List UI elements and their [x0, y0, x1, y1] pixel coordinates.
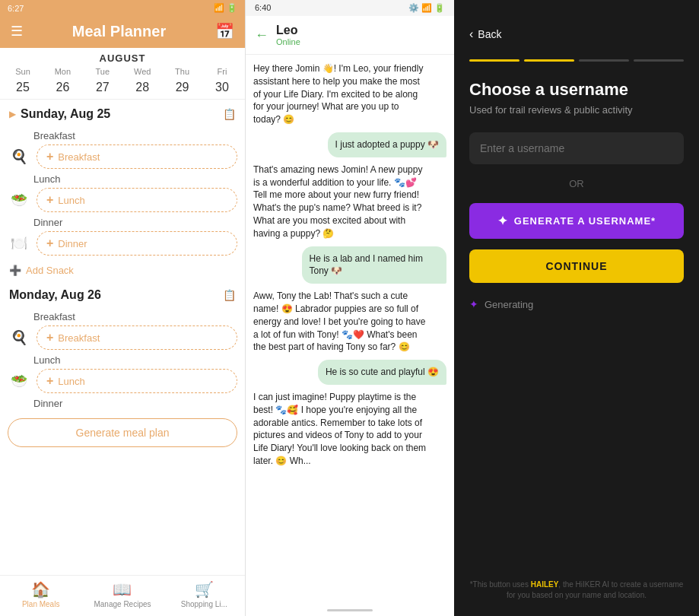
shopping-label: Shopping Li... [181, 600, 227, 608]
day2-save-icon[interactable]: 📋 [223, 289, 236, 301]
day2-breakfast-label: Breakfast [33, 311, 237, 322]
back-label: Back [478, 28, 501, 40]
plus-icon: + [46, 150, 53, 164]
snack-label: Add Snack [26, 265, 74, 276]
day1-add-dinner-btn[interactable]: + Dinner [37, 231, 237, 256]
msg-4: He is a lab and I named him Tony 🐶 [302, 246, 447, 284]
day1-dinner-row: 🍽️ + Dinner [8, 231, 237, 256]
breakfast2-icon: 🍳 [8, 326, 30, 349]
generating-sparkle-icon: ✦ [469, 298, 478, 310]
chat-contact-status: Online [276, 37, 445, 46]
cal-date-28[interactable]: 28 [127, 79, 157, 96]
back-chevron-icon: ‹ [469, 27, 473, 41]
day2-dinner-label: Dinner [33, 398, 237, 409]
breakfast-icon: 🍳 [8, 145, 30, 168]
footer-ai-name: HAILEY [531, 580, 559, 589]
calendar-dates: 25 26 27 28 29 30 [8, 79, 237, 96]
status-icons: 📶 🔋 [214, 3, 237, 13]
meal-status-bar: 6:27 📶 🔋 [0, 0, 245, 16]
cal-date-26[interactable]: 26 [47, 79, 78, 96]
nav-manage-recipes[interactable]: 📖 Manage Recipes [81, 580, 163, 608]
lunch-icon: 🥗 [8, 189, 30, 211]
generate-meal-plan-btn[interactable]: Generate meal plan [8, 418, 237, 447]
msg-2: I just adopted a puppy 🐶 [328, 132, 446, 157]
username-input[interactable] [480, 142, 673, 154]
chat-contact-name: Leo [276, 24, 445, 37]
scroll-indicator [327, 609, 373, 611]
day2-breakfast-row: 🍳 + Breakfast [8, 325, 237, 350]
username-footer: *This button uses HAILEY, the HiIKER AI … [454, 572, 699, 616]
nav-plan-meals[interactable]: 🏠 Plan Meals [0, 580, 81, 608]
username-back-button[interactable]: ‹ Back [469, 27, 684, 41]
plus-icon: + [46, 193, 53, 207]
calendar-icon[interactable]: 📅 [215, 22, 234, 40]
manage-recipes-label: Manage Recipes [94, 600, 151, 608]
cal-date-29[interactable]: 29 [167, 79, 198, 96]
day1-save-icon[interactable]: 📋 [223, 108, 236, 120]
day2-add-breakfast-btn[interactable]: + Breakfast [37, 325, 237, 350]
plan-meals-icon: 🏠 [31, 580, 50, 599]
username-header: ‹ Back [454, 0, 699, 49]
meal-scroll-area: ▶ Sunday, Aug 25 📋 Breakfast 🍳 + Breakfa… [0, 100, 245, 575]
day2-lunch-label: Lunch [33, 354, 237, 366]
meal-bottom-nav: 🏠 Plan Meals 📖 Manage Recipes 🛒 Shopping… [0, 575, 245, 616]
recipes-icon: 📖 [113, 580, 132, 599]
username-subtitle: Used for trail reviews & public activity [469, 104, 684, 116]
msg-1: Hey there Jomin 👋! I'm Leo, your friendl… [253, 62, 427, 126]
username-title: Choose a username [469, 80, 684, 100]
day1-label: Sunday, Aug 25 [21, 107, 110, 121]
shopping-icon: 🛒 [195, 580, 214, 599]
generating-label: Generating [485, 299, 533, 310]
or-divider: OR [469, 178, 684, 189]
day1-breakfast-label: Breakfast [33, 130, 237, 141]
plus-icon: + [46, 331, 53, 345]
day2-label: Monday, Aug 26 [9, 288, 101, 302]
chat-back-button[interactable]: ← [255, 27, 268, 43]
lunch2-icon: 🥗 [8, 370, 30, 392]
continue-button[interactable]: CONTINUE [469, 249, 684, 283]
chat-status-time: 6:40 [255, 3, 271, 13]
chat-user-info: Leo Online [276, 24, 445, 46]
msg-5: Aww, Tony the Lab! That's such a cute na… [253, 290, 427, 354]
snack-plus-icon: ➕ [9, 265, 21, 276]
day2-header: Monday, Aug 26 📋 [8, 281, 237, 306]
day1-arrow: ▶ [9, 109, 16, 119]
calendar-month: AUGUST [8, 52, 237, 64]
day1-breakfast-row: 🍳 + Breakfast [8, 144, 237, 169]
day1-lunch-label: Lunch [33, 173, 237, 185]
status-time: 6:27 [8, 4, 24, 13]
cal-date-25[interactable]: 25 [8, 79, 38, 96]
meal-calendar: AUGUST Sun Mon Tue Wed Thu Fri 25 26 27 … [0, 48, 245, 100]
progress-dividers [454, 49, 699, 62]
day1-add-snack[interactable]: ➕ Add Snack [8, 260, 237, 281]
day1-lunch-row: 🥗 + Lunch [8, 188, 237, 212]
meal-header: ☰ Meal Planner 📅 [0, 16, 245, 48]
day1-header: ▶ Sunday, Aug 25 📋 [8, 100, 237, 125]
nav-shopping-list[interactable]: 🛒 Shopping Li... [164, 580, 245, 608]
dinner-icon: 🍽️ [8, 232, 30, 255]
chat-panel: 6:40 ⚙️ 📶 🔋 ← Leo Online Hey there Jomin… [245, 0, 454, 616]
generate-username-label: GENERATE A USERNAME* [514, 215, 656, 227]
msg-3: That's amazing news Jomin! A new puppy i… [253, 164, 427, 240]
day2-add-lunch-btn[interactable]: + Lunch [37, 369, 237, 393]
day1-add-breakfast-btn[interactable]: + Breakfast [37, 144, 237, 169]
username-panel: ‹ Back Choose a username Used for trail … [454, 0, 699, 616]
username-content: Choose a username Used for trail reviews… [454, 62, 699, 572]
cal-date-27[interactable]: 27 [87, 79, 118, 96]
calendar-days-header: Sun Mon Tue Wed Thu Fri [8, 67, 237, 76]
day1-add-lunch-btn[interactable]: + Lunch [37, 188, 237, 212]
chat-messages: Hey there Jomin 👋! I'm Leo, your friendl… [246, 55, 454, 605]
sparkle-icon: ✦ [497, 214, 508, 228]
chat-status-bar: 6:40 ⚙️ 📶 🔋 [246, 0, 454, 16]
plus-icon: + [46, 237, 53, 250]
day2-lunch-row: 🥗 + Lunch [8, 369, 237, 393]
meal-planner-panel: 6:27 📶 🔋 ☰ Meal Planner 📅 AUGUST Sun Mon… [0, 0, 245, 616]
chat-header: ← Leo Online [246, 16, 454, 55]
generate-username-button[interactable]: ✦ GENERATE A USERNAME* [469, 203, 684, 239]
cal-date-30[interactable]: 30 [207, 79, 237, 96]
msg-6: He is so cute and playful 😍 [318, 360, 446, 385]
plus-icon: + [46, 374, 53, 388]
msg-7: I can just imagine! Puppy playtime is th… [253, 391, 427, 468]
hamburger-icon[interactable]: ☰ [11, 23, 23, 40]
generating-row: ✦ Generating [469, 298, 684, 310]
